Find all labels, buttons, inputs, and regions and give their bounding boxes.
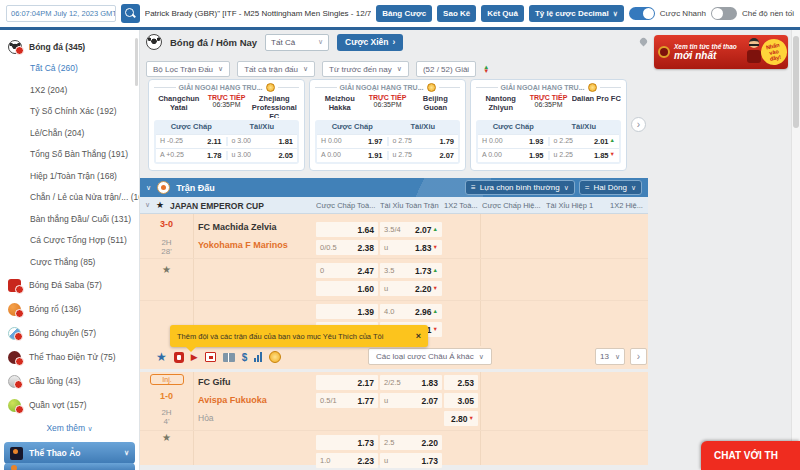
coin-icon[interactable] — [269, 351, 281, 363]
quick-bet-toggle[interactable] — [629, 7, 655, 20]
sidebar-item-outright[interactable]: Cược Thắng (85) — [0, 252, 139, 274]
news-ad-banner[interactable]: Xem tin tức thể thao mới nhất Nhấn vào đ… — [654, 35, 788, 69]
sidebar-scrollbar[interactable] — [135, 38, 138, 86]
odds-format-select[interactable]: Tỷ lệ cược Decimal ∨ — [529, 5, 624, 22]
sidebar-item-correct-score[interactable]: Tỷ Số Chính Xác (192) — [0, 101, 139, 123]
sidebar-item-mix-bets[interactable]: Cá Cược Tổng Hợp (511) — [0, 230, 139, 252]
favorite-star-icon[interactable]: ★ — [156, 200, 164, 210]
sidebar-item-ht-ft[interactable]: Hiệp 1/Toàn Trận (168) — [0, 166, 139, 188]
pitch-icon[interactable] — [223, 353, 235, 362]
all-matches-select[interactable]: Tất cả trận đấu ∨ — [237, 61, 315, 77]
odds-cell[interactable]: 2.17 — [316, 375, 378, 390]
odds-row[interactable]: H 0.001.93 o 2.252.01 — [478, 134, 619, 148]
odds-row[interactable]: A +0.251.78 u 3.002.05 — [156, 148, 297, 162]
odds-cell[interactable]: u1.83 — [380, 240, 442, 255]
sidebar-item-all[interactable]: Tất Cả (260) — [0, 58, 139, 80]
close-icon[interactable]: × — [416, 331, 421, 341]
odds-cell[interactable]: 2.80 — [444, 411, 478, 426]
odds-row[interactable]: A 0.001.95 u 2.251.85 — [478, 148, 619, 162]
odds-value: 2.11 — [207, 137, 221, 146]
odds-value: 1.93 — [529, 137, 544, 146]
sidebar-item-total-goals[interactable]: Tổng Số Bàn Thắng (191) — [0, 144, 139, 166]
odds-cell[interactable]: u2.20 — [380, 281, 442, 296]
favorite-star-icon[interactable]: ★ — [140, 264, 193, 275]
odds-cell[interactable]: 2/2.51.83 — [380, 375, 442, 390]
sidebar-item-basketball[interactable]: Bóng rổ (136) — [0, 297, 139, 321]
odds-value: 2.53 — [457, 378, 474, 388]
collapse-chevron-icon[interactable]: ∨ — [145, 201, 150, 209]
odds-cell[interactable]: 0.5/11.77 — [316, 393, 378, 408]
odds-row[interactable]: H -0.252.11 o 3.001.81 — [156, 134, 297, 148]
time-filter-value: Tất Cả — [271, 38, 295, 47]
odds-cell[interactable]: 1.73 — [316, 435, 378, 450]
odds-cell[interactable]: 0/0.52.38 — [316, 240, 378, 255]
favorite-star-icon[interactable]: ★ — [140, 432, 193, 443]
collapse-chevron-icon[interactable]: ∨ — [146, 184, 151, 192]
match-filter-select[interactable]: Bộ Lọc Trận Đấu ∨ — [146, 61, 230, 77]
sort-icon[interactable]: ▲▼ — [483, 65, 489, 73]
favorite-star-icon[interactable]: ★ — [156, 350, 167, 364]
sidebar-item-esports[interactable]: Thể Thao Điện Tử (75) — [0, 345, 139, 369]
view-mode-select[interactable]: ≡ Lựa chọn bình thường ∨ — [465, 180, 575, 195]
sidebar-item-half-odd-even[interactable]: Chẵn / Lẻ của Nửa trận/... (161) — [0, 187, 139, 209]
odds-cell[interactable]: 3.05 — [444, 393, 478, 408]
dollar-icon[interactable]: $ — [242, 352, 248, 363]
odds-cell[interactable]: 1.02.23 — [316, 453, 378, 468]
time-filter-select[interactable]: Tất Cả ∨ — [265, 34, 329, 51]
odds-cell[interactable]: 1.64 — [316, 222, 378, 237]
next-page-button[interactable]: › — [630, 348, 647, 365]
sidebar-item-volleyball[interactable]: Bóng chuyền (57) — [0, 321, 139, 345]
scoreboard-icon[interactable] — [205, 352, 216, 362]
odds-cell[interactable]: u1.73 — [380, 453, 442, 468]
sidebar-item-badminton[interactable]: Cầu lông (43) — [0, 369, 139, 393]
sidebar-item-football[interactable]: Bóng đá (345) — [0, 36, 139, 58]
parlay-button[interactable]: Cược Xiên › — [337, 34, 403, 51]
search-icon[interactable] — [121, 4, 140, 23]
odds-cell[interactable]: u2.07 — [380, 393, 442, 408]
sidebar-item-tennis[interactable]: Quần vợt (157) — [0, 393, 139, 417]
sidebar-item-1x2[interactable]: 1X2 (204) — [0, 80, 139, 102]
odds-cell[interactable]: 1.39 — [316, 304, 378, 319]
odds-row[interactable]: A 0.001.91 u 2.752.07 — [317, 148, 458, 162]
results-button[interactable]: Kết Quả — [481, 5, 524, 22]
next-sports-banner[interactable] — [4, 463, 135, 470]
jersey-icon[interactable] — [174, 352, 184, 363]
saba-soccer-label: Bóng Đá Saba (57) — [29, 280, 102, 290]
filters-row: Bộ Lọc Trận Đấu ∨ Tất cả trận đấu ∨ Từ t… — [146, 61, 489, 77]
show-more-link[interactable]: Xem thêm ∨ — [0, 417, 139, 439]
odds-row[interactable]: H 0.001.97 o 2.751.79 — [317, 134, 458, 148]
ou-label: u — [384, 243, 388, 252]
lines-mode-select[interactable]: = Hai Dòng ∨ — [579, 180, 642, 195]
odds-cell[interactable]: 2.53 — [444, 375, 478, 390]
sidebar-item-saba-soccer[interactable]: Bóng Đá Saba (57) — [0, 273, 139, 297]
asian-bets-select[interactable]: Các loại cược Châu Á khác ∨ — [368, 348, 492, 365]
play-icon[interactable]: ▶ — [191, 352, 198, 362]
sidebar-item-odd-even[interactable]: Lẻ/Chẵn (204) — [0, 123, 139, 145]
chart-icon[interactable] — [254, 352, 262, 362]
odds-card-1: GIẢI NGOẠI HẠNG TRU... Changchun Yatai T… — [148, 79, 305, 171]
scrollbar-thumb[interactable] — [793, 36, 799, 128]
bet-slip-button[interactable]: Bảng Cược — [376, 5, 432, 22]
odds-cell[interactable]: 02.47 — [316, 263, 378, 278]
time-range-select[interactable]: Từ trước đến nay ∨ — [322, 61, 409, 77]
page-count-select[interactable]: 13 ∨ — [595, 348, 625, 365]
virtual-sports-banner[interactable]: Thể Thao Ảo ∨ — [4, 442, 135, 464]
cards-next-button[interactable]: › — [631, 117, 646, 132]
odds-cell[interactable]: 1.60 — [316, 281, 378, 296]
statement-button[interactable]: Sao Kê — [437, 5, 476, 22]
odds-cell[interactable]: 2.52.20 — [380, 435, 442, 450]
odds-cell[interactable]: 3.51.73 — [380, 263, 442, 278]
sidebar-item-first-last-goal[interactable]: Bàn thắng Đầu/ Cuối (131) — [0, 209, 139, 231]
chevron-down-icon: ∨ — [479, 353, 484, 361]
chat-button[interactable]: CHAT VỚI TH — [701, 441, 800, 470]
odds-value: 1.83 — [415, 243, 438, 253]
match-table: ∨ Trận Đấu ≡ Lựa chọn bình thường ∨ = Ha… — [140, 178, 648, 465]
odds-cell[interactable]: 4.02.96 — [380, 304, 442, 319]
handicap-header: Cược Chấp — [156, 122, 227, 134]
league-count-button[interactable]: (52 / 52) Giải — [416, 61, 476, 77]
dark-mode-toggle[interactable] — [711, 7, 737, 20]
odds-cell[interactable]: 3.5/42.07 — [380, 222, 442, 237]
odds-value: 1.73 — [421, 456, 438, 466]
search-input[interactable]: Patrick Brady (GBR)" [ITF - M25 Nottingh… — [145, 9, 371, 18]
match-time: TRỰC TIẾP 06:35PM — [526, 94, 572, 118]
